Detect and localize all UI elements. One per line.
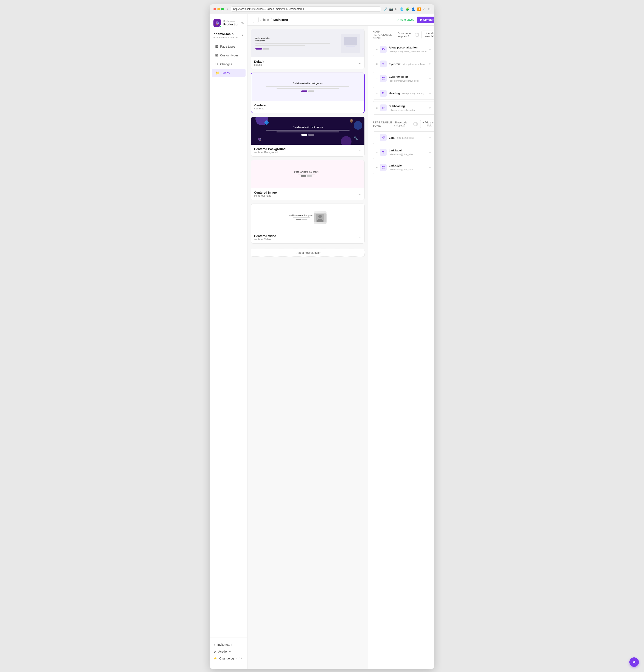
field-name: Eyebrow color: [389, 75, 408, 79]
more-options-icon[interactable]: ⋮: [433, 151, 434, 154]
breadcrumb-slices[interactable]: Slices: [260, 18, 269, 22]
maximize-dot[interactable]: [221, 8, 224, 10]
more-options-icon[interactable]: ⋮: [433, 106, 434, 110]
url-bar[interactable]: http://localhost:9999/slices/..--slices-…: [231, 7, 381, 12]
field-name: Heading: [389, 92, 400, 95]
signal-icon[interactable]: 📶: [417, 7, 421, 11]
bookmark-icon[interactable]: 🔗: [383, 7, 387, 11]
breadcrumb: ← Slices / MainHero: [253, 17, 288, 23]
edit-field-icon[interactable]: ✏: [429, 77, 431, 80]
settings-fab[interactable]: [629, 657, 639, 667]
sidebar-toggle-icon[interactable]: ⊟: [428, 7, 431, 11]
sidebar-item-page-types[interactable]: ⊟ Page types: [212, 42, 246, 51]
academy-label: Academy: [218, 650, 231, 653]
settings-icon[interactable]: ⚙: [423, 7, 426, 11]
page-types-icon: ⊟: [215, 44, 218, 48]
user-icon[interactable]: 👤: [412, 7, 415, 11]
edit-field-icon[interactable]: ✏: [429, 136, 431, 139]
minimize-dot[interactable]: [217, 8, 220, 10]
slice-thumbnail-centered-background: 🔷 📦 🔧 🔮 Build a website that grows: [251, 117, 365, 145]
sidebar: 🔮 Environment Production ⇅ prismic-main …: [210, 14, 248, 669]
edit-field-icon[interactable]: ✏: [429, 48, 431, 51]
drag-handle[interactable]: ≡: [376, 136, 378, 139]
edit-field-icon[interactable]: ✏: [429, 166, 431, 169]
slice-card-footer-centered-video: Centered Video centeredVideo ⋯: [251, 232, 365, 243]
more-options-icon[interactable]: ⋮: [433, 92, 434, 95]
sidebar-header: 🔮 Environment Production ⇅: [210, 17, 247, 31]
drag-handle[interactable]: ≡: [376, 151, 378, 154]
mail-icon[interactable]: ✉: [395, 7, 397, 11]
sidebar-item-slices[interactable]: 📁 Slices: [212, 69, 246, 77]
sidebar-item-custom-types[interactable]: ⊞ Custom types: [212, 51, 246, 59]
edit-field-icon[interactable]: ✏: [429, 92, 431, 95]
header-actions: ✓ Auto-saved ▶ Simulate: [397, 16, 434, 23]
drag-handle[interactable]: ≡: [376, 77, 378, 80]
org-info: Environment Production: [223, 20, 239, 26]
svg-point-7: [383, 49, 384, 50]
app-logo: 🔮: [213, 19, 221, 27]
drag-handle[interactable]: ≡: [376, 62, 378, 66]
code-toggle-switch-repeatable[interactable]: [413, 122, 418, 126]
field-name: Link: [389, 136, 395, 139]
svg-rect-15: [383, 168, 385, 169]
slice-thumbnail-default: Build a websitethat grows: [251, 29, 365, 57]
drag-handle[interactable]: ≡: [376, 92, 378, 95]
close-dot[interactable]: [213, 8, 216, 10]
sidebar-item-changes[interactable]: ↺ Changes: [212, 60, 246, 68]
more-options-icon[interactable]: ⋮: [433, 166, 434, 169]
field-icon-eyebrow-color: [380, 75, 386, 82]
back-button[interactable]: ←: [253, 17, 259, 23]
window-controls: [213, 8, 224, 10]
add-field-button-non-repeatable[interactable]: + Add a new field: [421, 31, 434, 39]
slice-thumbnail-centered: Build a website that grows: [251, 73, 364, 101]
more-options-icon[interactable]: ⋮: [433, 48, 434, 51]
sidebar-item-invite-team[interactable]: + Invite team: [213, 641, 244, 648]
slice-card-centered-background[interactable]: 🔷 📦 🔧 🔮 Build a website that grows: [251, 117, 365, 157]
slice-menu-default[interactable]: ⋯: [358, 61, 361, 65]
globe-icon[interactable]: 🌐: [400, 7, 403, 11]
drag-handle[interactable]: ≡: [376, 48, 378, 51]
simulate-button[interactable]: ▶ Simulate: [417, 16, 434, 23]
sidebar-item-academy[interactable]: ⊙ Academy: [213, 648, 244, 655]
svg-rect-13: [383, 166, 385, 167]
external-link-icon[interactable]: ↗: [241, 34, 244, 37]
slice-card-footer-default: Default default ⋯: [251, 57, 365, 69]
slice-name: Centered Background: [254, 147, 286, 151]
slice-card-centered[interactable]: Build a website that grows: [251, 73, 365, 113]
extensions-icon[interactable]: 🧩: [406, 7, 409, 11]
expand-icon[interactable]: ⇅: [241, 21, 244, 25]
changes-icon: ↺: [215, 62, 218, 66]
custom-types-icon: ⊞: [215, 53, 218, 57]
field-row-allow-personalization: ≡ Allow personalization slice.primary.al…: [373, 43, 434, 56]
more-options-icon[interactable]: ⋮: [433, 136, 434, 139]
add-variation-button[interactable]: + Add a new variation: [251, 249, 365, 257]
code-toggle-switch[interactable]: [415, 33, 419, 37]
drag-handle[interactable]: ≡: [376, 166, 378, 169]
invite-label: Invite team: [217, 643, 232, 646]
svg-rect-11: [383, 79, 385, 80]
auto-saved-status: ✓ Auto-saved: [397, 18, 414, 21]
slice-menu-centered-image[interactable]: ⋯: [358, 192, 361, 196]
field-row-subheading: ≡ Tr Subheading slice.primary.subheading…: [373, 101, 434, 115]
slice-thumbnail-centered-image: Build a website that grows: [251, 160, 365, 188]
drag-handle[interactable]: ≡: [376, 106, 378, 110]
add-field-button-repeatable[interactable]: + Add a new field: [420, 120, 434, 128]
field-info-eyebrow: Eyebrow slice.primary.eyebrow: [389, 62, 427, 66]
slice-card-centered-image[interactable]: Build a website that grows: [251, 160, 365, 200]
slice-card-centered-video[interactable]: Build a website that grows: [251, 204, 365, 243]
edit-field-icon[interactable]: ✏: [429, 62, 431, 66]
edit-field-icon[interactable]: ✏: [429, 151, 431, 154]
slice-menu-centered-background[interactable]: ⋯: [358, 148, 361, 153]
slice-menu-centered[interactable]: ⋯: [357, 105, 361, 109]
svg-rect-8: [382, 77, 383, 79]
slice-card-default[interactable]: Build a websitethat grows: [251, 29, 365, 69]
screenshot-icon[interactable]: 📷: [389, 7, 393, 11]
more-options-icon[interactable]: ⋮: [433, 77, 434, 80]
svg-rect-1: [346, 46, 355, 47]
more-options-icon[interactable]: ⋮: [433, 62, 434, 66]
edit-field-icon[interactable]: ✏: [429, 106, 431, 110]
field-api-id: slice.items[i].link_style: [390, 168, 413, 171]
field-row-link-style: ≡ Link style: [373, 161, 434, 174]
sidebar-item-changelog[interactable]: ⚡ Changelog v1.23.1: [213, 655, 244, 662]
slice-menu-centered-video[interactable]: ⋯: [358, 235, 361, 240]
